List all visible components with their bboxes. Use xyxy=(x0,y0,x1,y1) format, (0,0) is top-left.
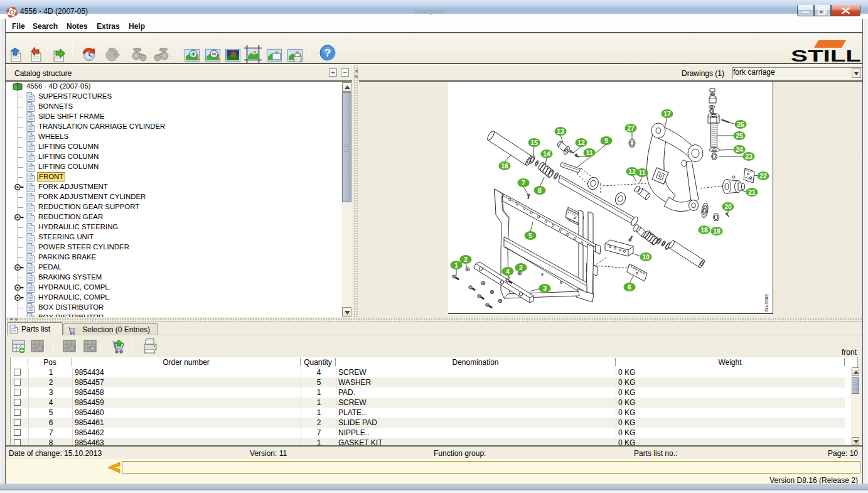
svg-text:3: 3 xyxy=(543,284,547,292)
svg-text:19: 19 xyxy=(713,227,721,235)
svg-text:7: 7 xyxy=(522,179,525,187)
svg-text:13: 13 xyxy=(557,127,564,135)
svg-text:27: 27 xyxy=(627,124,635,132)
svg-text:17: 17 xyxy=(663,110,671,117)
svg-text:2: 2 xyxy=(464,256,468,263)
svg-text:16: 16 xyxy=(501,162,508,170)
svg-text:24: 24 xyxy=(736,146,743,153)
svg-text:12: 12 xyxy=(577,139,585,146)
svg-text:22: 22 xyxy=(759,172,767,180)
svg-text:4: 4 xyxy=(506,268,510,275)
svg-text:26: 26 xyxy=(737,121,744,128)
svg-text:18: 18 xyxy=(700,226,708,234)
svg-text:23: 23 xyxy=(745,153,753,160)
svg-text:Dls.5588: Dls.5588 xyxy=(764,294,769,312)
svg-text:?: ? xyxy=(324,47,331,59)
svg-text:11: 11 xyxy=(586,149,592,156)
svg-text:15: 15 xyxy=(530,139,538,146)
svg-text:21: 21 xyxy=(748,188,756,196)
svg-text:10: 10 xyxy=(642,253,650,261)
svg-text:11: 11 xyxy=(638,169,645,176)
svg-text:STILL: STILL xyxy=(791,47,861,63)
svg-text:6: 6 xyxy=(628,283,631,291)
svg-text:8: 8 xyxy=(538,187,542,194)
svg-text:2: 2 xyxy=(519,264,523,271)
svg-text:12: 12 xyxy=(628,168,636,175)
svg-text:25: 25 xyxy=(736,132,743,139)
svg-text:14: 14 xyxy=(543,150,550,158)
svg-text:5: 5 xyxy=(528,232,532,239)
svg-text:9: 9 xyxy=(604,137,608,144)
svg-text:1: 1 xyxy=(454,261,458,269)
svg-text:20: 20 xyxy=(724,203,732,210)
